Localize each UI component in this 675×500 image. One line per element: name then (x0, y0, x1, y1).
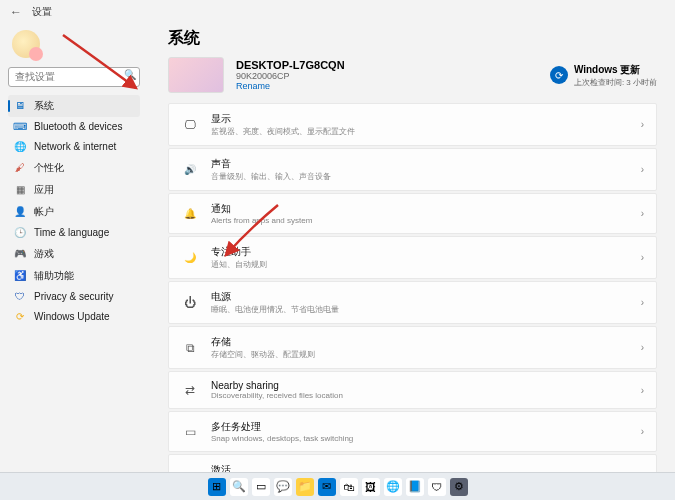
tb-taskview[interactable]: ▭ (252, 478, 270, 496)
card-multitask-icon (181, 425, 199, 439)
card-notifications-icon (181, 208, 199, 219)
nav-system-icon: 🖥 (14, 100, 26, 112)
user-avatar[interactable] (12, 30, 40, 58)
card-sound-icon (181, 164, 199, 175)
nav-apps-icon: ▦ (14, 184, 26, 196)
tb-mail[interactable]: ✉ (318, 478, 336, 496)
nav-gaming-icon: 🎮 (14, 248, 26, 260)
settings-card-list: 显示 监视器、亮度、夜间模式、显示配置文件 › 声音 音量级别、输出、输入、声音… (168, 103, 657, 472)
nav-label: 辅助功能 (34, 269, 74, 283)
card-title: 显示 (211, 112, 629, 126)
app-title: 设置 (32, 5, 52, 19)
card-title: 激活 (211, 463, 629, 472)
tb-settings[interactable]: ⚙ (450, 478, 468, 496)
tb-store[interactable]: 🛍 (340, 478, 358, 496)
card-focus-icon (181, 252, 199, 263)
card-nearby[interactable]: Nearby sharing Discoverability, received… (168, 371, 657, 409)
tb-explorer[interactable]: 📁 (296, 478, 314, 496)
card-subtitle: 监视器、亮度、夜间模式、显示配置文件 (211, 126, 629, 137)
device-row: DESKTOP-L7G8CQN 90K20006CP Rename ⟳ Wind… (168, 57, 657, 93)
nav-bluetooth-icon: ⌨ (14, 121, 26, 133)
device-rename-link[interactable]: Rename (236, 81, 538, 91)
nav-label: 系统 (34, 99, 54, 113)
tb-chrome[interactable]: 🌐 (384, 478, 402, 496)
card-title: 存储 (211, 335, 629, 349)
card-subtitle: 音量级别、输出、输入、声音设备 (211, 171, 629, 182)
chevron-right-icon: › (641, 385, 644, 396)
card-storage[interactable]: 存储 存储空间、驱动器、配置规则 › (168, 326, 657, 369)
card-title: 专注助手 (211, 245, 629, 259)
nav-update-icon: ⟳ (14, 311, 26, 323)
card-sound[interactable]: 声音 音量级别、输出、输入、声音设备 › (168, 148, 657, 191)
card-title: 声音 (211, 157, 629, 171)
card-activation[interactable]: 激活 激活状态、订阅、产品密钥 › (168, 454, 657, 472)
nav-accessibility-icon: ♿ (14, 270, 26, 282)
device-thumbnail[interactable] (168, 57, 224, 93)
card-title: 通知 (211, 202, 629, 216)
card-subtitle: 存储空间、驱动器、配置规则 (211, 349, 629, 360)
page-title: 系统 (168, 28, 657, 49)
chevron-right-icon: › (641, 252, 644, 263)
nav-label: 帐户 (34, 205, 54, 219)
nav-bluetooth[interactable]: ⌨Bluetooth & devices (8, 117, 140, 137)
nav-apps[interactable]: ▦应用 (8, 179, 140, 201)
nav-label: 应用 (34, 183, 54, 197)
nav-label: Time & language (34, 227, 109, 238)
update-title: Windows 更新 (574, 63, 657, 77)
nav-system[interactable]: 🖥系统 (8, 95, 140, 117)
back-button[interactable]: ← (8, 4, 24, 20)
nav-privacy[interactable]: 🛡Privacy & security (8, 287, 140, 307)
chevron-right-icon: › (641, 119, 644, 130)
windows-update-tile[interactable]: ⟳ Windows 更新 上次检查时间: 3 小时前 (550, 63, 657, 88)
nav-label: 个性化 (34, 161, 64, 175)
chevron-right-icon: › (641, 342, 644, 353)
card-display-icon (181, 118, 199, 132)
content-pane: 系统 DESKTOP-L7G8CQN 90K20006CP Rename ⟳ W… (148, 24, 675, 472)
search-icon: 🔍 (124, 69, 136, 80)
nav-update[interactable]: ⟳Windows Update (8, 307, 140, 327)
device-model: 90K20006CP (236, 71, 538, 81)
nav-label: 游戏 (34, 247, 54, 261)
card-subtitle: 通知、自动规则 (211, 259, 629, 270)
card-title: 多任务处理 (211, 420, 629, 434)
card-nearby-icon (181, 383, 199, 397)
chevron-right-icon: › (641, 297, 644, 308)
tb-word[interactable]: 📘 (406, 478, 424, 496)
tb-photos[interactable]: 🖼 (362, 478, 380, 496)
nav-label: Privacy & security (34, 291, 113, 302)
nav-label: Network & internet (34, 141, 116, 152)
card-subtitle: Snap windows, desktops, task switching (211, 434, 629, 443)
card-display[interactable]: 显示 监视器、亮度、夜间模式、显示配置文件 › (168, 103, 657, 146)
card-notifications[interactable]: 通知 Alerts from apps and system › (168, 193, 657, 234)
card-multitask[interactable]: 多任务处理 Snap windows, desktops, task switc… (168, 411, 657, 452)
nav-network[interactable]: 🌐Network & internet (8, 137, 140, 157)
tb-search[interactable]: 🔍 (230, 478, 248, 496)
device-name: DESKTOP-L7G8CQN (236, 59, 538, 71)
card-subtitle: 睡眠、电池使用情况、节省电池电量 (211, 304, 629, 315)
sidebar: 🔍 🖥系统⌨Bluetooth & devices🌐Network & inte… (0, 24, 148, 472)
card-focus[interactable]: 专注助手 通知、自动规则 › (168, 236, 657, 279)
taskbar[interactable]: ⊞🔍▭💬📁✉🛍🖼🌐📘🛡⚙ (0, 472, 675, 500)
card-power[interactable]: 电源 睡眠、电池使用情况、节省电池电量 › (168, 281, 657, 324)
nav-time[interactable]: 🕒Time & language (8, 223, 140, 243)
nav-gaming[interactable]: 🎮游戏 (8, 243, 140, 265)
nav-label: Bluetooth & devices (34, 121, 122, 132)
nav-personalization[interactable]: 🖌个性化 (8, 157, 140, 179)
update-sub: 上次检查时间: 3 小时前 (574, 77, 657, 88)
update-icon: ⟳ (550, 66, 568, 84)
titlebar: ← 设置 (0, 0, 675, 24)
chevron-right-icon: › (641, 208, 644, 219)
tb-start[interactable]: ⊞ (208, 478, 226, 496)
tb-chat[interactable]: 💬 (274, 478, 292, 496)
search-input[interactable] (8, 67, 140, 87)
card-subtitle: Alerts from apps and system (211, 216, 629, 225)
card-title: 电源 (211, 290, 629, 304)
nav-time-icon: 🕒 (14, 227, 26, 239)
search-box[interactable]: 🔍 (8, 66, 140, 87)
tb-security[interactable]: 🛡 (428, 478, 446, 496)
nav-accounts[interactable]: 👤帐户 (8, 201, 140, 223)
card-subtitle: Discoverability, received files location (211, 391, 629, 400)
nav-network-icon: 🌐 (14, 141, 26, 153)
chevron-right-icon: › (641, 426, 644, 437)
nav-accessibility[interactable]: ♿辅助功能 (8, 265, 140, 287)
